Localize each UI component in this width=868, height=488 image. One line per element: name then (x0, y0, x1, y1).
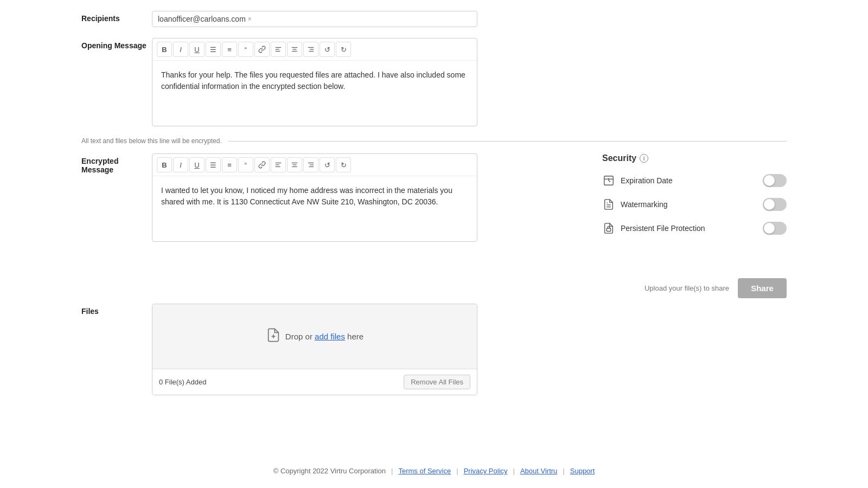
link-button-1[interactable] (254, 42, 270, 57)
italic-button-2[interactable]: I (173, 157, 188, 172)
numbered-list-button-1[interactable]: ≡ (222, 42, 237, 57)
link-button-2[interactable] (254, 157, 270, 172)
footer: © Copyright 2022 Virtru Corporation | Te… (0, 454, 868, 488)
italic-button-1[interactable]: I (173, 42, 188, 57)
bullet-list-button-1[interactable]: ☰ (206, 42, 221, 57)
align-center-button-2[interactable] (287, 157, 302, 172)
watermarking-toggle[interactable] (763, 198, 787, 211)
bold-button-1[interactable]: B (157, 42, 172, 57)
copyright-text: © Copyright 2022 Virtru Corporation (273, 467, 386, 475)
undo-button-1[interactable]: ↺ (320, 42, 335, 57)
security-panel: Security i Expiration Date (602, 153, 787, 298)
align-left-button-2[interactable] (271, 157, 286, 172)
svg-rect-21 (607, 228, 610, 232)
expiration-date-label: Expiration Date (621, 176, 673, 185)
about-virtru-link[interactable]: About Virtru (520, 467, 557, 475)
watermarking-icon (602, 198, 615, 211)
files-area[interactable]: Drop or add files here 0 File(s) Added R… (152, 304, 477, 395)
files-count: 0 File(s) Added (159, 378, 206, 386)
align-right-button-1[interactable] (303, 42, 318, 57)
drop-zone[interactable]: Drop or add files here (152, 304, 477, 369)
drop-zone-icon (266, 328, 281, 346)
opening-message-toolbar: B I U ☰ ≡ “ (152, 38, 477, 61)
upload-hint: Upload your file(s) to share (644, 284, 729, 292)
opening-message-body[interactable]: Thanks for your help. The files you requ… (152, 61, 477, 126)
numbered-list-button-2[interactable]: ≡ (222, 157, 237, 172)
add-files-link[interactable]: add files (315, 332, 345, 341)
remove-recipient-icon[interactable]: × (248, 15, 252, 23)
blockquote-button-1[interactable]: “ (238, 42, 253, 57)
encrypted-message-toolbar: B I U ☰ ≡ “ (152, 154, 477, 176)
persistent-file-protection-toggle[interactable] (763, 222, 787, 235)
watermarking-label: Watermarking (621, 200, 668, 209)
share-section: Upload your file(s) to share Share (602, 278, 787, 298)
files-label: Files (81, 304, 152, 316)
expiration-date-toggle[interactable] (763, 174, 787, 187)
encrypted-message-label: Encrypted Message (81, 153, 152, 174)
redo-button-1[interactable]: ↻ (336, 42, 351, 57)
bold-button-2[interactable]: B (157, 157, 172, 172)
support-link[interactable]: Support (570, 467, 595, 475)
underline-button-2[interactable]: U (189, 157, 205, 172)
recipient-tag: loanofficer@carloans.com × (158, 15, 252, 23)
security-info-icon[interactable]: i (640, 154, 648, 163)
recipients-input[interactable]: loanofficer@carloans.com × (152, 11, 477, 27)
opening-message-editor[interactable]: B I U ☰ ≡ “ (152, 38, 477, 126)
align-left-button-1[interactable] (271, 42, 286, 57)
persistent-file-protection-icon (602, 222, 615, 235)
security-title: Security i (602, 153, 787, 163)
persistent-file-protection-label: Persistent File Protection (621, 224, 705, 233)
expiration-date-option: Expiration Date (602, 174, 787, 187)
blockquote-button-2[interactable]: “ (238, 157, 253, 172)
privacy-policy-link[interactable]: Privacy Policy (464, 467, 508, 475)
divider-text: All text and files below this line will … (81, 137, 228, 145)
encrypted-message-body[interactable]: I wanted to let you know, I noticed my h… (152, 176, 477, 241)
underline-button-1[interactable]: U (189, 42, 205, 57)
undo-button-2[interactable]: ↺ (320, 157, 335, 172)
persistent-file-protection-option: Persistent File Protection (602, 222, 787, 235)
encrypted-message-editor[interactable]: B I U ☰ ≡ “ (152, 153, 477, 242)
opening-message-label: Opening Message (81, 38, 152, 50)
recipients-label: Recipients (81, 11, 152, 23)
recipient-email: loanofficer@carloans.com (158, 15, 246, 23)
redo-button-2[interactable]: ↻ (336, 157, 351, 172)
watermarking-option: Watermarking (602, 198, 787, 211)
expiration-date-icon (602, 174, 615, 187)
terms-of-service-link[interactable]: Terms of Service (398, 467, 451, 475)
share-button[interactable]: Share (738, 278, 787, 298)
bullet-list-button-2[interactable]: ☰ (206, 157, 221, 172)
drop-text: Drop or add files here (285, 332, 363, 341)
align-center-button-1[interactable] (287, 42, 302, 57)
files-footer: 0 File(s) Added Remove All Files (152, 369, 477, 395)
divider-line (228, 141, 787, 142)
remove-all-files-button[interactable]: Remove All Files (404, 375, 470, 389)
align-right-button-2[interactable] (303, 157, 318, 172)
encryption-divider: All text and files below this line will … (81, 137, 787, 145)
